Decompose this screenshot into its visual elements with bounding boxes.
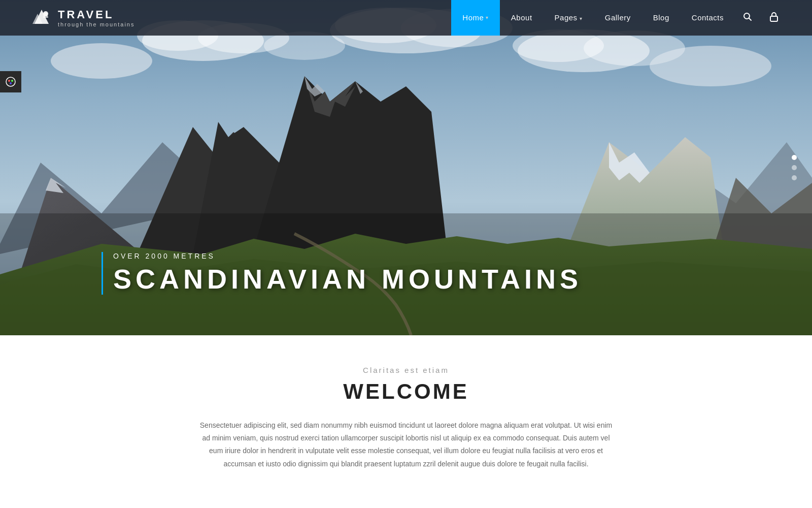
svg-line-9 — [749, 18, 752, 20]
hero-subtitle: OVER 2000 METRES — [113, 252, 582, 260]
hero-accent-line — [101, 252, 103, 295]
nav-links: Home ▾ About Pages ▾ Gallery Blog Contac… — [451, 0, 735, 36]
nav-item-home[interactable]: Home ▾ — [451, 0, 500, 36]
svg-point-21 — [51, 43, 152, 79]
svg-point-3 — [10, 82, 12, 84]
svg-point-2 — [11, 80, 13, 82]
hero-title: SCANDINAVIAN MOUNTAINS — [113, 263, 582, 295]
logo-subtitle: through the mountains — [58, 21, 134, 27]
nav-link-blog[interactable]: Blog — [642, 0, 681, 36]
nav-link-about[interactable]: About — [500, 0, 544, 36]
navbar: TRAVEL through the mountains Home ▾ Abou… — [0, 0, 812, 36]
lock-icon — [769, 12, 779, 22]
nav-link-home[interactable]: Home ▾ — [451, 0, 500, 36]
nav-icons — [740, 12, 782, 24]
chevron-down-icon: ▾ — [486, 0, 489, 36]
nav-link-pages[interactable]: Pages ▾ — [544, 0, 594, 36]
palette-icon — [6, 77, 16, 87]
svg-point-23 — [264, 31, 345, 60]
chevron-down-icon-pages: ▾ — [580, 16, 583, 21]
nav-link-contacts[interactable]: Contacts — [681, 0, 735, 36]
login-button[interactable] — [766, 12, 782, 24]
nav-link-gallery[interactable]: Gallery — [594, 0, 642, 36]
slide-dot-1[interactable] — [792, 155, 797, 160]
welcome-text: Sensectetuer adipiscing elit, sed diam n… — [198, 419, 614, 470]
hero-section: OVER 2000 METRES SCANDINAVIAN MOUNTAINS — [0, 0, 812, 335]
hero-content: OVER 2000 METRES SCANDINAVIAN MOUNTAINS — [101, 252, 582, 295]
style-switcher[interactable] — [0, 71, 21, 92]
search-icon — [743, 12, 752, 21]
welcome-section: Claritas est etiam WELCOME Sensectetuer … — [0, 335, 812, 491]
search-button[interactable] — [740, 12, 755, 24]
welcome-title: WELCOME — [20, 379, 792, 404]
nav-item-about[interactable]: About — [500, 0, 544, 36]
logo-title: TRAVEL — [58, 8, 134, 21]
logo-icon — [30, 7, 53, 29]
slide-dot-3[interactable] — [792, 175, 797, 180]
svg-point-22 — [650, 46, 771, 86]
welcome-subtitle: Claritas est etiam — [20, 366, 792, 374]
nav-item-pages[interactable]: Pages ▾ — [544, 0, 594, 36]
nav-item-blog[interactable]: Blog — [642, 0, 681, 36]
logo[interactable]: TRAVEL through the mountains — [30, 7, 134, 29]
slide-indicators — [792, 155, 797, 180]
svg-point-1 — [8, 80, 10, 82]
slide-dot-2[interactable] — [792, 165, 797, 170]
nav-item-gallery[interactable]: Gallery — [594, 0, 642, 36]
svg-point-0 — [6, 77, 15, 86]
svg-rect-10 — [770, 16, 777, 21]
nav-item-contacts[interactable]: Contacts — [681, 0, 735, 36]
